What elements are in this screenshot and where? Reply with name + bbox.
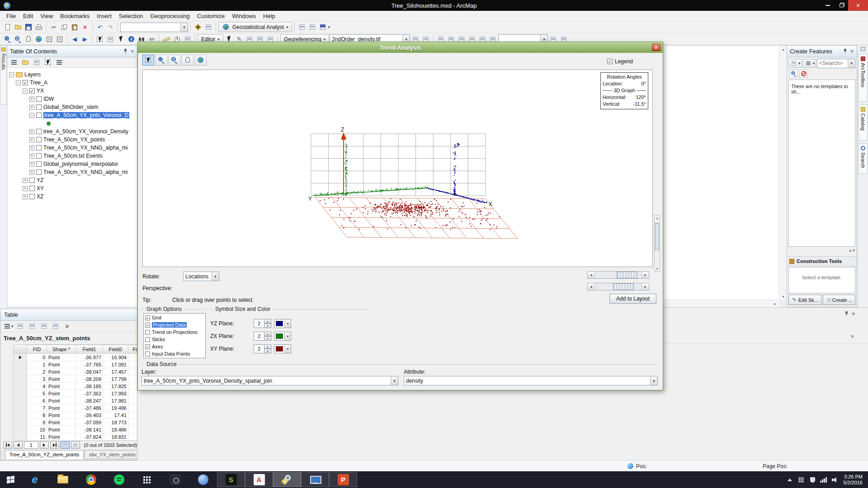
table-row[interactable]: 3Point-38.20917.79928.73 [14,375,137,383]
expander-icon[interactable]: + [29,145,34,150]
collapse-section-icon[interactable]: ▴ [849,248,852,253]
graph-option-row[interactable]: ✓Projected Data [144,321,205,328]
taskbar-explorer-icon[interactable] [49,472,77,487]
tray-action-center-icon[interactable] [810,477,815,483]
graph-option-row[interactable]: Trend on Projections [144,328,205,336]
tray-network-icon[interactable] [820,477,827,483]
paste-button[interactable] [70,22,80,32]
expander-icon[interactable]: + [29,105,34,110]
trend-zoom-in-button[interactable] [156,55,167,66]
add-data-button[interactable] [193,22,203,32]
taskbar-powerpoint-icon[interactable]: P [329,472,357,487]
table-tab-inactive[interactable]: idw_YX_stem_points [85,450,137,459]
identify-button[interactable] [126,34,136,44]
forward-extent-button[interactable]: ▶ [80,34,90,44]
toc-layer-row[interactable]: +Global_5thOrder_stem [7,103,137,111]
next-record-button[interactable] [40,441,49,449]
rotate-scrollbar[interactable]: ◂ ▸ [587,271,649,279]
tray-apps-icon[interactable] [798,477,804,483]
taskbar-a-app-icon[interactable]: A [245,472,273,487]
row-selector[interactable] [14,433,27,440]
graph-option-row[interactable]: ✓Axes [144,343,205,350]
redo-button[interactable]: ↷ [105,22,115,32]
toc-layer-row[interactable]: +Tree_A_50cm.txt Events [7,152,137,160]
graph-option-row[interactable]: Sticks [144,336,205,343]
menu-item-file[interactable]: File [3,12,19,20]
fixed-zoom-out-button[interactable] [55,34,65,44]
rotate-scroll-right[interactable]: ▸ [642,272,649,278]
scroll-up-arrow[interactable]: ▴ [779,46,787,53]
select-all-button[interactable] [27,321,37,331]
full-extent-button[interactable] [34,34,44,44]
python-window-button[interactable] [307,22,317,32]
column-header-shape[interactable]: Shape * [47,345,76,354]
perspective-scrollbar[interactable]: ◂ ▸ [587,283,649,291]
xy-plane-color-picker[interactable]: ▾ [274,344,291,353]
template-search-arrow[interactable]: ▾ [848,59,855,68]
create-features-pin-icon[interactable] [843,49,847,54]
toc-layer-row[interactable]: +XY [7,184,137,192]
layer-checkbox[interactable] [36,137,42,142]
trend-dialog-titlebar[interactable]: Trend Analysis [138,42,663,53]
taskbar-monitor-app-icon[interactable] [301,472,329,487]
layer-checkbox[interactable] [36,129,42,134]
layer-checkbox[interactable] [29,194,35,199]
templates-organize-button[interactable]: ▾ [788,59,802,68]
toc-layer-row[interactable]: +Global_polynomial_interpolator [7,160,137,168]
new-map-button[interactable] [3,22,13,32]
search-templates-icon[interactable] [789,70,798,78]
layer-checkbox[interactable] [36,113,42,118]
add-to-layout-button[interactable]: Add to Layout [609,294,656,304]
zoom-in-button[interactable] [3,34,13,44]
perspective-scroll-right[interactable]: ▸ [642,283,649,290]
cut-button[interactable]: ✂ [49,22,59,32]
back-extent-button[interactable]: ◀ [70,34,80,44]
catalog-tab[interactable]: Catalog [859,104,868,141]
toc-layer-row[interactable]: +tree_A_50cm_YX_Voronoi_Density [7,127,137,136]
rotate-combo-arrow[interactable]: ▾ [212,272,219,281]
table-row[interactable]: 11Point-37.82418.83144.28 [14,433,137,441]
column-header-field3[interactable]: Field3 [128,345,137,354]
taskbar-chrome-icon[interactable] [77,472,105,487]
expander-icon[interactable]: − [9,72,14,77]
record-number-input[interactable]: 1 [24,441,38,449]
expander-icon[interactable]: − [16,80,21,85]
dock-pin-icon[interactable] [844,311,849,316]
dock-table-close-icon[interactable]: ✕ [851,334,854,339]
symbology-split-arrow[interactable]: ▾ [328,25,330,29]
trend-plot-area[interactable]: ZYX Rotation Angles Location: 0° 3D Grap… [142,70,653,267]
previous-record-button[interactable] [14,441,23,449]
clear-selection-button[interactable] [105,34,115,44]
map-scale-combo[interactable]: ▾ [120,23,188,32]
row-selector[interactable] [14,375,27,382]
hidden-icons-arrow[interactable] [788,479,792,481]
select-elements-button[interactable] [116,34,126,44]
yz-plane-size-spinner[interactable]: 2 ▴▾ [254,319,271,328]
toc-options-button[interactable] [54,57,64,67]
symbology-split-button[interactable] [318,22,328,32]
minimize-button[interactable] [821,0,835,11]
taskbar-clock[interactable]: 3:26 PM 5/2/2016 [843,474,863,486]
plot-vertical-scrollbar[interactable]: ▴ ▾ [654,215,660,272]
row-selector[interactable] [14,412,27,418]
taskbar-arcmap-icon[interactable] [273,472,301,487]
graph-option-checkbox[interactable]: ✓ [145,315,150,320]
list-by-source-button[interactable] [20,57,30,67]
trend-full-extent-button[interactable] [195,55,207,66]
zx-plane-color-picker[interactable]: ▾ [274,332,291,341]
menu-item-selection[interactable]: Selection [115,12,146,20]
yz-plane-color-picker[interactable]: ▾ [274,319,291,328]
graph-option-checkbox[interactable] [145,337,150,342]
map-scale-arrow[interactable]: ▾ [180,23,188,32]
menu-item-help[interactable]: Help [259,12,279,20]
column-header-field2[interactable]: Field2 [103,345,128,354]
row-selector[interactable] [14,419,27,426]
template-search-combo[interactable]: <Search> ▾ [817,59,855,68]
layer-checkbox[interactable] [36,145,42,150]
attribute-combo-arrow[interactable]: ▾ [650,376,657,385]
row-selector[interactable] [14,354,27,361]
switch-selection-button[interactable] [15,321,25,331]
perspective-scroll-left[interactable]: ◂ [588,283,595,290]
clear-search-icon[interactable] [799,70,808,78]
restore-button[interactable] [835,0,848,11]
